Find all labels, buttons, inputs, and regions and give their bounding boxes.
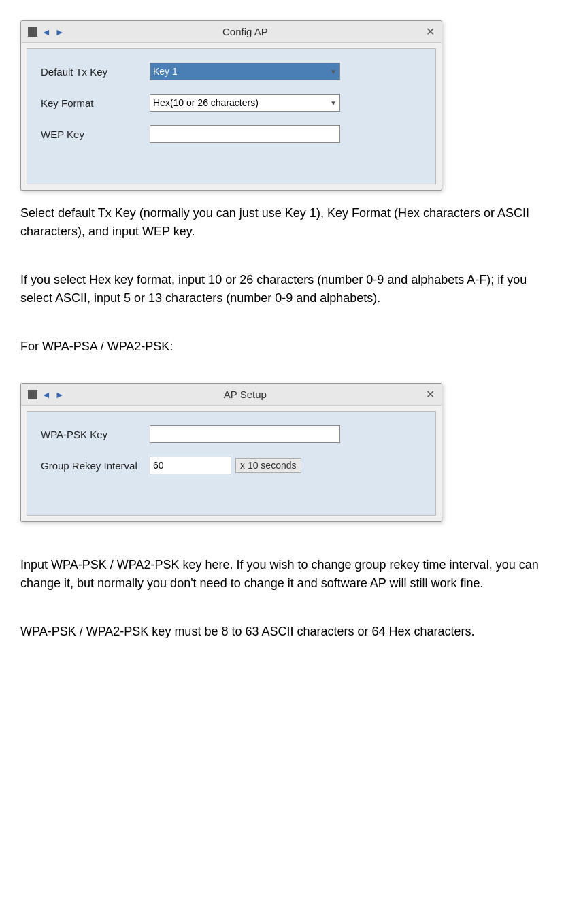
back-arrow-icon-2[interactable]: ◄ — [42, 389, 51, 400]
default-tx-key-select[interactable]: Key 1 ▼ — [150, 63, 340, 80]
dialog2-controls: ◄ ► — [28, 389, 65, 400]
dialog1-title: Config AP — [222, 26, 268, 37]
forward-arrow-icon-2[interactable]: ► — [55, 389, 65, 400]
text-block-5: WPA-PSK / WPA2-PSK key must be 8 to 63 A… — [20, 623, 561, 641]
text-block-2: If you select Hex key format, input 10 o… — [20, 271, 561, 308]
default-tx-key-value: Key 1 — [153, 66, 178, 77]
dialog1-body: Default Tx Key Key 1 ▼ Key Format Hex(10… — [27, 48, 436, 184]
forward-arrow-icon[interactable]: ► — [55, 27, 65, 37]
dialog2-close-button[interactable]: ✕ — [426, 388, 435, 401]
stop-icon-2[interactable] — [28, 390, 37, 399]
ap-setup-dialog: ◄ ► AP Setup ✕ WPA-PSK Key Group Rekey I… — [20, 383, 442, 522]
x-10-seconds-label: x 10 seconds — [235, 458, 301, 473]
wpa-psk-key-label: WPA-PSK Key — [41, 429, 150, 440]
key-format-label: Key Format — [41, 97, 150, 109]
text1-paragraph: Select default Tx Key (normally you can … — [20, 204, 561, 241]
default-tx-key-row: Default Tx Key Key 1 ▼ — [41, 63, 422, 80]
dialog2-body: WPA-PSK Key Group Rekey Interval x 10 se… — [27, 411, 436, 516]
dialog2-titlebar: ◄ ► AP Setup ✕ — [21, 384, 442, 406]
text3-paragraph: For WPA-PSA / WPA2-PSK: — [20, 337, 561, 356]
default-tx-key-arrow-icon: ▼ — [330, 68, 337, 76]
spacer-2 — [20, 317, 561, 328]
text2-paragraph: If you select Hex key format, input 10 o… — [20, 271, 561, 308]
group-rekey-row: Group Rekey Interval x 10 seconds — [41, 457, 422, 474]
dialog2-title: AP Setup — [224, 389, 267, 400]
group-rekey-input[interactable] — [150, 457, 231, 474]
wep-key-label: WEP Key — [41, 129, 150, 140]
wpa-psk-key-row: WPA-PSK Key — [41, 425, 422, 443]
key-format-arrow-icon: ▼ — [330, 99, 337, 107]
spacer-4 — [20, 535, 561, 546]
dialog1-titlebar: ◄ ► Config AP ✕ — [21, 21, 442, 43]
dialog1-close-button[interactable]: ✕ — [426, 25, 435, 38]
spacer-1 — [20, 250, 561, 261]
text-block-1: Select default Tx Key (normally you can … — [20, 204, 561, 241]
spacer-5 — [20, 602, 561, 613]
key-format-row: Key Format Hex(10 or 26 characters) ▼ — [41, 94, 422, 112]
text4-paragraph: Input WPA-PSK / WPA2-PSK key here. If yo… — [20, 556, 561, 593]
stop-icon[interactable] — [28, 27, 37, 37]
default-tx-key-label: Default Tx Key — [41, 66, 150, 78]
back-arrow-icon[interactable]: ◄ — [42, 27, 51, 37]
text5-paragraph: WPA-PSK / WPA2-PSK key must be 8 to 63 A… — [20, 623, 561, 641]
wep-key-input[interactable] — [150, 125, 340, 143]
text-block-3: For WPA-PSA / WPA2-PSK: — [20, 337, 561, 356]
wep-key-row: WEP Key — [41, 125, 422, 143]
dialog1-controls: ◄ ► — [28, 27, 65, 37]
text-block-4: Input WPA-PSK / WPA2-PSK key here. If yo… — [20, 556, 561, 593]
wpa-psk-key-input[interactable] — [150, 425, 340, 443]
config-ap-dialog: ◄ ► Config AP ✕ Default Tx Key Key 1 ▼ K… — [20, 20, 442, 191]
key-format-value: Hex(10 or 26 characters) — [153, 97, 259, 108]
spacer-3 — [20, 365, 561, 376]
group-rekey-label: Group Rekey Interval — [41, 460, 150, 472]
key-format-select[interactable]: Hex(10 or 26 characters) ▼ — [150, 94, 340, 112]
